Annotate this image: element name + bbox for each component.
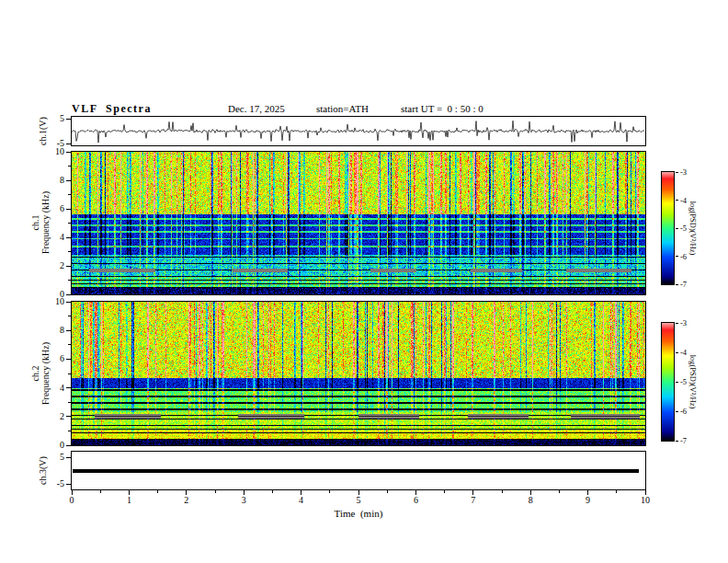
ch2-freq-tick-label: 2 bbox=[46, 412, 64, 421]
ch1-freq-minor-tick-mark bbox=[68, 223, 71, 224]
ch2-spectrogram-plot bbox=[71, 301, 646, 446]
time-minor-tick-mark bbox=[502, 490, 503, 493]
time-minor-tick-mark bbox=[100, 490, 101, 493]
cb2-tick-label: -3 bbox=[680, 318, 697, 327]
time-minor-tick-mark bbox=[444, 490, 445, 493]
ch2-axis-label-line1: ch.2 bbox=[30, 318, 40, 429]
ch1-waveform-plot bbox=[71, 116, 646, 146]
ch1-volt-tick-label: -5 bbox=[46, 139, 64, 148]
ch1-spectrogram-plot bbox=[71, 151, 646, 295]
cb1-tick-mark bbox=[676, 256, 678, 257]
ch3-waveform-plot bbox=[71, 451, 646, 490]
time-minor-tick-mark bbox=[272, 490, 273, 493]
colorbar-ch1-gradient bbox=[661, 171, 675, 285]
station-label: station=ATH bbox=[316, 103, 369, 114]
time-minor-tick-mark bbox=[559, 490, 560, 493]
time-minor-tick-mark bbox=[157, 490, 158, 493]
ch3-flat-trace bbox=[73, 469, 639, 473]
vlf-spectra-figure: VLF Spectra Dec. 17, 2025 station=ATH st… bbox=[0, 0, 728, 563]
ch2-freq-minor-tick-mark bbox=[68, 373, 71, 374]
ch1-freq-tick-label: 4 bbox=[46, 233, 64, 242]
date-label: Dec. 17, 2025 bbox=[228, 103, 285, 114]
time-minor-tick-mark bbox=[215, 490, 216, 493]
ch2-freq-tick-label: 10 bbox=[46, 297, 64, 306]
cb2-tick-label: -4 bbox=[680, 348, 697, 357]
ch1-volt-tick-label: 5 bbox=[46, 114, 64, 123]
ch2-freq-minor-tick-mark bbox=[68, 344, 71, 345]
ch3-volt-tick-label: -5 bbox=[46, 479, 64, 488]
cb2-tick-mark bbox=[676, 352, 678, 353]
ch1-freq-minor-tick-mark bbox=[68, 251, 71, 252]
time-tick-label: 6 bbox=[406, 496, 425, 505]
time-tick-label: 0 bbox=[63, 496, 81, 505]
ch1-freq-tick-label: 2 bbox=[46, 261, 64, 270]
ch1-freq-minor-tick-mark bbox=[68, 280, 71, 281]
ch1-volt-tick-mark bbox=[66, 119, 71, 120]
colorbar-ch2-gradient bbox=[661, 322, 675, 442]
ch2-freq-tick-label: 8 bbox=[46, 326, 64, 335]
ch1-freq-tick-label: 10 bbox=[46, 147, 64, 156]
time-tick-label: 8 bbox=[521, 496, 540, 505]
start-ut-label: start UT = 0 : 50 : 0 bbox=[401, 103, 483, 114]
ch3-volts-axis-label: ch.3(V) bbox=[38, 443, 48, 499]
cb1-tick-label: -5 bbox=[680, 224, 697, 233]
ch2-freq-minor-tick-mark bbox=[68, 316, 71, 316]
cb2-tick-mark bbox=[676, 411, 678, 412]
ch2-freq-tick-mark bbox=[66, 445, 71, 446]
ch2-freq-tick-label: 4 bbox=[46, 384, 64, 393]
cb1-tick-label: -7 bbox=[680, 280, 697, 289]
cb1-tick-mark bbox=[676, 228, 678, 229]
time-minor-tick-mark bbox=[387, 490, 388, 493]
time-tick-label: 2 bbox=[177, 496, 196, 505]
cb2-tick-mark bbox=[676, 382, 678, 383]
cb2-tick-label: -7 bbox=[680, 436, 697, 445]
time-tick-label: 7 bbox=[464, 496, 483, 505]
time-tick-label: 4 bbox=[292, 496, 311, 505]
figure-title: VLF Spectra bbox=[72, 102, 152, 116]
cb1-tick-mark bbox=[676, 172, 678, 173]
cb2-tick-label: -6 bbox=[680, 407, 697, 416]
ch1-volt-tick-mark bbox=[66, 144, 71, 144]
cb2-tick-label: -5 bbox=[680, 377, 697, 386]
ch2-freq-tick-mark bbox=[66, 330, 71, 331]
cb2-tick-mark bbox=[676, 441, 678, 442]
ch2-freq-tick-label: 6 bbox=[46, 354, 64, 363]
cb1-tick-label: -3 bbox=[680, 167, 697, 177]
ch2-freq-minor-tick-mark bbox=[68, 402, 71, 403]
ch3-volt-tick-mark bbox=[66, 484, 71, 485]
time-tick-label: 5 bbox=[349, 496, 368, 505]
ch1-axis-label-line1: ch.1 bbox=[30, 167, 40, 278]
ch2-freq-tick-mark bbox=[66, 359, 71, 360]
ch3-volt-tick-mark bbox=[66, 457, 71, 458]
ch2-freq-tick-mark bbox=[66, 387, 71, 388]
time-tick-label: 10 bbox=[636, 496, 654, 505]
ch1-freq-tick-mark bbox=[66, 266, 71, 267]
ch1-freq-tick-label: 6 bbox=[46, 204, 64, 213]
cb1-tick-mark bbox=[676, 200, 678, 201]
ch2-freq-tick-label: 0 bbox=[46, 441, 64, 450]
ch1-freq-tick-mark bbox=[66, 209, 71, 210]
ch2-freq-tick-mark bbox=[66, 302, 71, 303]
time-axis-label: Time (min) bbox=[313, 508, 404, 519]
ch1-freq-tick-label: 8 bbox=[46, 176, 64, 185]
cb1-tick-mark bbox=[676, 284, 678, 285]
time-minor-tick-mark bbox=[616, 490, 617, 493]
ch1-freq-tick-mark bbox=[66, 294, 71, 295]
time-tick-label: 9 bbox=[579, 496, 597, 505]
ch2-freq-tick-mark bbox=[66, 416, 71, 417]
time-tick-label: 3 bbox=[234, 496, 253, 505]
ch1-freq-tick-mark bbox=[66, 237, 71, 238]
time-minor-tick-mark bbox=[329, 490, 330, 493]
ch1-freq-tick-mark bbox=[66, 152, 71, 153]
cb1-tick-label: -4 bbox=[680, 196, 697, 205]
ch2-freq-minor-tick-mark bbox=[68, 431, 71, 431]
ch1-freq-minor-tick-mark bbox=[68, 166, 71, 167]
cb2-tick-mark bbox=[676, 323, 678, 324]
ch1-freq-minor-tick-mark bbox=[68, 194, 71, 195]
cb1-tick-label: -6 bbox=[680, 252, 697, 261]
ch1-freq-tick-mark bbox=[66, 180, 71, 181]
time-tick-label: 1 bbox=[119, 496, 138, 505]
ch3-volt-tick-label: 5 bbox=[46, 453, 64, 462]
